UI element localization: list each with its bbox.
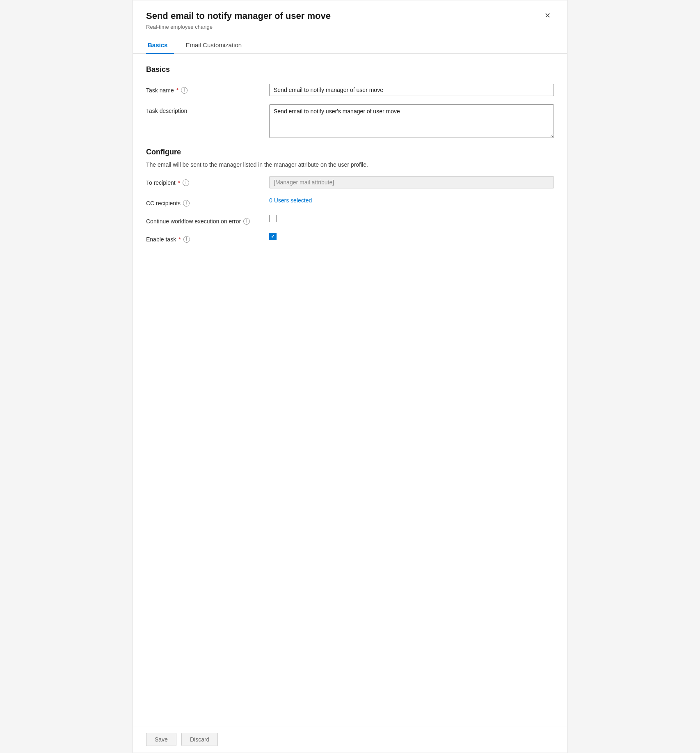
configure-description: The email will be sent to the manager li… xyxy=(146,161,554,168)
tabs-container: Basics Email Customization xyxy=(133,37,567,54)
to-recipient-required: * xyxy=(178,179,180,186)
dialog-title: Send email to notify manager of user mov… xyxy=(146,10,541,22)
enable-task-checkbox[interactable] xyxy=(269,233,277,240)
task-name-label: Task name * i xyxy=(146,84,269,94)
cc-recipients-control: 0 Users selected xyxy=(269,197,554,204)
to-recipient-row: To recipient * i [Manager mail attribute… xyxy=(146,176,554,188)
enable-task-info-icon[interactable]: i xyxy=(183,236,190,243)
dialog-header: Send email to notify manager of user mov… xyxy=(133,0,567,37)
task-name-row: Task name * i xyxy=(146,84,554,96)
dialog-footer: Save Discard xyxy=(133,726,567,753)
dialog-panel: Send email to notify manager of user mov… xyxy=(133,0,567,753)
continue-workflow-label: Continue workflow execution on error i xyxy=(146,215,269,225)
task-name-required: * xyxy=(176,87,178,94)
cc-recipients-info-icon[interactable]: i xyxy=(183,200,190,207)
enable-task-label: Enable task * i xyxy=(146,233,269,243)
enable-task-checkbox-wrapper xyxy=(269,233,554,240)
cc-recipients-label: CC recipients i xyxy=(146,197,269,207)
task-name-info-icon[interactable]: i xyxy=(181,87,188,94)
configure-section: Configure The email will be sent to the … xyxy=(146,148,554,243)
task-description-input[interactable] xyxy=(269,104,554,138)
tab-basics[interactable]: Basics xyxy=(146,37,174,53)
continue-workflow-row: Continue workflow execution on error i xyxy=(146,215,554,225)
configure-section-title: Configure xyxy=(146,148,554,156)
dialog-content: Basics Task name * i Task description Co… xyxy=(133,54,567,726)
continue-workflow-control xyxy=(269,215,554,222)
task-name-input[interactable] xyxy=(269,84,554,96)
close-button[interactable]: ✕ xyxy=(541,10,554,21)
enable-task-control xyxy=(269,233,554,240)
to-recipient-display: [Manager mail attribute] xyxy=(269,176,554,188)
to-recipient-label: To recipient * i xyxy=(146,176,269,186)
enable-task-required: * xyxy=(178,236,181,243)
task-description-label: Task description xyxy=(146,104,269,114)
enable-task-row: Enable task * i xyxy=(146,233,554,243)
save-button[interactable]: Save xyxy=(146,733,176,746)
continue-workflow-info-icon[interactable]: i xyxy=(243,218,250,225)
dialog-subtitle: Real-time employee change xyxy=(146,24,541,30)
cc-recipients-link[interactable]: 0 Users selected xyxy=(269,197,312,204)
tab-email-customization[interactable]: Email Customization xyxy=(184,37,248,53)
cc-recipients-row: CC recipients i 0 Users selected xyxy=(146,197,554,207)
task-description-row: Task description xyxy=(146,104,554,140)
to-recipient-control: [Manager mail attribute] xyxy=(269,176,554,188)
to-recipient-info-icon[interactable]: i xyxy=(183,179,189,186)
close-icon: ✕ xyxy=(544,12,551,19)
task-name-control xyxy=(269,84,554,96)
dialog-title-section: Send email to notify manager of user mov… xyxy=(146,10,541,30)
discard-button[interactable]: Discard xyxy=(181,733,218,746)
basics-section-title: Basics xyxy=(146,65,554,74)
continue-workflow-checkbox[interactable] xyxy=(269,215,277,222)
continue-workflow-checkbox-wrapper xyxy=(269,215,554,222)
task-description-control xyxy=(269,104,554,140)
